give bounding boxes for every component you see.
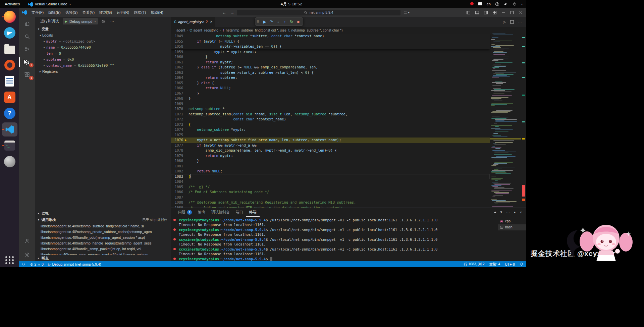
navigate-back-icon[interactable]: ← bbox=[220, 10, 228, 15]
callstack-frame[interactable]: libnetsnmpagent.so.40!handle_pdu(netsnmp… bbox=[35, 234, 171, 240]
continue-icon[interactable]: ▶ bbox=[261, 19, 268, 24]
callstack-frame[interactable]: libnetsnmpagent.so.40!netsnmp_subtree_fi… bbox=[35, 223, 171, 229]
dock-item-ubuntu-software[interactable]: A bbox=[2, 90, 17, 104]
code-line[interactable]: 1076▶ myptr = netsnmp_subtree_find_prev(… bbox=[171, 138, 490, 143]
code-line[interactable]: 1075 bbox=[171, 132, 490, 138]
menu-file[interactable]: 文件(F) bbox=[29, 8, 46, 17]
callstack-frame[interactable]: libnetsnmp.so.40!snmp_sess_process_packe… bbox=[35, 252, 171, 255]
screencast-icon[interactable] bbox=[478, 2, 482, 6]
code-line[interactable]: 1086/* End of Subtrees maintaining code … bbox=[171, 189, 490, 195]
code-line[interactable]: 1065 } else { bbox=[171, 80, 490, 86]
code-line[interactable]: 1088/** @defgroup agent_mib_registering … bbox=[171, 200, 490, 205]
menu-terminal[interactable]: 终端(T) bbox=[131, 8, 148, 17]
maximize-icon[interactable] bbox=[508, 8, 516, 16]
explorer-activity-item[interactable] bbox=[19, 17, 35, 30]
breakpoints-section-header[interactable]: ▸ 断点 bbox=[35, 255, 171, 261]
panel-tab-ports[interactable]: 端口 bbox=[233, 208, 246, 217]
toggle-secondary-sidebar-icon[interactable] bbox=[482, 8, 490, 16]
clock[interactable]: 4月 5 18:52 bbox=[281, 2, 302, 7]
code-line[interactable]: 1073{ bbox=[171, 122, 490, 127]
code-line[interactable]: 1085/** @} */ bbox=[171, 184, 490, 190]
remote-indicator[interactable] bbox=[19, 261, 28, 267]
menu-edit[interactable]: 编辑(E) bbox=[46, 8, 63, 17]
breadcrumb-item[interactable]: agent bbox=[176, 28, 185, 32]
scope-locals[interactable]: ▾Locals bbox=[35, 32, 171, 38]
code-line[interactable]: 1062 } else if (subtree != NULL && snmp_… bbox=[171, 65, 490, 70]
overview-ruler[interactable] bbox=[521, 34, 526, 208]
input-language[interactable]: en bbox=[487, 2, 491, 6]
code-line[interactable]: 1059 myptr = myptr->next; bbox=[171, 49, 490, 55]
menu-run[interactable]: 运行(R) bbox=[114, 8, 131, 17]
code-line[interactable]: 1063 subtree->start_a, subtree->start_le… bbox=[171, 70, 490, 75]
activities-button[interactable]: Activities bbox=[0, 0, 24, 8]
chevron-down-icon[interactable]: ▾ bbox=[521, 3, 523, 6]
code-line[interactable]: 1081 bbox=[171, 164, 490, 169]
code-line[interactable]: 1058 myptr->variables_len == 0)) { bbox=[171, 44, 490, 49]
step-into-icon[interactable]: ↓ bbox=[275, 19, 281, 24]
dock-item-sphere[interactable] bbox=[2, 155, 17, 169]
toggle-primary-sidebar-icon[interactable] bbox=[464, 8, 472, 16]
accessibility-icon[interactable] bbox=[495, 2, 499, 6]
terminal-dropdown-icon[interactable]: ▾ bbox=[500, 210, 502, 214]
dock-item-libreoffice-writer[interactable] bbox=[2, 74, 17, 88]
code-line[interactable]: 1079 return myptr; bbox=[171, 153, 490, 159]
code-line[interactable]: 1061 return myptr; bbox=[171, 60, 490, 65]
close-icon[interactable] bbox=[517, 8, 525, 16]
callstack-section-header[interactable]: ▾ 调用堆栈 已于 step 处暂停 bbox=[35, 217, 171, 223]
command-center-search[interactable]: net-snmp-5.9.4 bbox=[236, 9, 401, 16]
variable-row[interactable]: ▸name = 0x555555744690 bbox=[35, 44, 171, 50]
debug-status[interactable]: ▷ Debug snmpd (net-snmp-5.9.4) bbox=[46, 261, 104, 267]
code-line[interactable]: 1070netsnmp_subtree * bbox=[171, 106, 490, 112]
menu-selection[interactable]: 选择(S) bbox=[63, 8, 80, 17]
code-line[interactable]: 1089 * Adding and removing MIB nodes to … bbox=[171, 205, 490, 208]
callstack-frame[interactable]: libnetsnmpagent.so.40!handle_snmp_packet… bbox=[35, 246, 171, 252]
callstack-frame[interactable]: libnetsnmpagent.so.40!netsnmp_handle_req… bbox=[35, 240, 171, 246]
split-editor-icon[interactable] bbox=[510, 20, 514, 24]
code-editor[interactable]: 1059 myptr = myptr->next;1060 }1061 retu… bbox=[171, 34, 526, 208]
variable-row[interactable]: ▸context_name = 0x55555572ef90 "" bbox=[35, 62, 171, 68]
breadcrumb-item[interactable]: Cagent_registry.c bbox=[190, 28, 218, 32]
settings-gear-activity-item[interactable] bbox=[19, 249, 35, 261]
dock-item-firefox[interactable] bbox=[2, 10, 17, 24]
minimap[interactable] bbox=[490, 34, 521, 208]
code-line[interactable]: 1080 } bbox=[171, 158, 490, 164]
code-line[interactable]: 1055 if (myptr != NULL) { bbox=[171, 39, 490, 44]
watch-section-header[interactable]: ▸ 监视 bbox=[35, 210, 171, 217]
cursor-position[interactable]: 行 1083, 列 2 bbox=[462, 261, 487, 267]
start-debugging-icon[interactable]: ▶ bbox=[65, 20, 67, 23]
code-line[interactable]: 1078 snmp_oid_compare(name, len, myptr->… bbox=[171, 148, 490, 153]
volume-icon[interactable] bbox=[504, 2, 508, 6]
variables-section-header[interactable]: ▾ 变量 bbox=[35, 26, 171, 32]
close-panel-icon[interactable]: × bbox=[520, 210, 522, 214]
code-line[interactable]: 1064 return subtree; bbox=[171, 75, 490, 80]
tab-agent-registry-c[interactable]: C agent_registry.c 2 × bbox=[171, 17, 216, 27]
menu-view[interactable]: 查看(V) bbox=[80, 8, 97, 17]
indentation-status[interactable]: 空格: 4 bbox=[487, 261, 503, 267]
step-over-icon[interactable]: ↷ bbox=[268, 19, 275, 24]
extensions-activity-item[interactable]: 1 bbox=[19, 68, 35, 81]
code-line[interactable]: 1049 netsnmp_subtree *subtree, const cha… bbox=[171, 34, 490, 39]
record-icon[interactable] bbox=[470, 2, 474, 6]
run-file-icon[interactable]: ▷ bbox=[503, 20, 506, 24]
dock-item-files[interactable] bbox=[2, 42, 17, 56]
variable-row[interactable]: ▸subtree = 0x0 bbox=[35, 56, 171, 62]
code-line[interactable]: 1060 } bbox=[171, 54, 490, 60]
focused-app-menu[interactable]: Visual Studio Code ▾ bbox=[24, 0, 74, 8]
remote-menu[interactable]: ▾ bbox=[404, 10, 410, 14]
dock-item-terminal[interactable] bbox=[2, 139, 17, 153]
restart-icon[interactable]: ↻ bbox=[288, 19, 295, 24]
dock-item-vscode[interactable] bbox=[2, 122, 17, 137]
show-applications-button[interactable] bbox=[5, 256, 14, 264]
minimize-icon[interactable] bbox=[499, 8, 507, 16]
panel-tab-output[interactable]: 输出 bbox=[195, 208, 208, 217]
terminal-list-item-bash[interactable]: bash bbox=[498, 224, 526, 230]
panel-tab-debug-console[interactable]: 调试控制台 bbox=[208, 208, 233, 217]
code-line[interactable]: 1083} bbox=[171, 174, 490, 179]
scope-registers[interactable]: ▸Registers bbox=[35, 68, 171, 74]
more-actions-icon[interactable]: ⋯ bbox=[109, 19, 115, 23]
terminal-list-item-cpp[interactable]: cpp... bbox=[498, 218, 526, 224]
breadcrumb-item[interactable]: ƒnetsnmp_subtree_find(const oid *, size_… bbox=[222, 28, 342, 32]
code-line[interactable]: 1066 return NULL; bbox=[171, 86, 490, 91]
code-line[interactable]: 1069 bbox=[171, 101, 490, 107]
panel-tab-terminal[interactable]: 终端 bbox=[246, 208, 260, 217]
